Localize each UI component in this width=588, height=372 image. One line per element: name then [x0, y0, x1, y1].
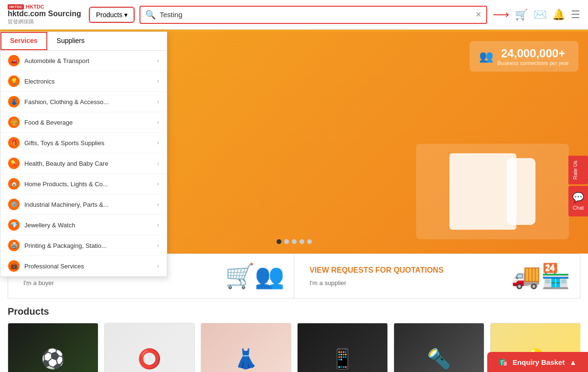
tab-services[interactable]: Services [0, 32, 47, 50]
category-automobile[interactable]: 🚗 Automobile & Transport › [0, 51, 167, 71]
hero-phone-mockup [507, 158, 535, 225]
hero-stat-label: Business connections per year [497, 60, 569, 66]
basket-label: Enquiry Basket [513, 358, 565, 366]
chevron-right-icon: › [157, 98, 159, 105]
category-label: Industrial Machinery, Parts &... [24, 201, 108, 208]
hero-stats-top: 👥 24,000,000+ Business connections per y… [470, 41, 578, 72]
header-icons: 🛒 ✉️ 🔔 ☰ [515, 9, 580, 21]
category-printing[interactable]: 🖨️ Printing & Packaging, Statio... › [0, 235, 167, 256]
cart-icon[interactable]: 🛒 [515, 9, 528, 21]
rate-us-button[interactable]: Rate Us [568, 156, 588, 184]
automobile-icon: 🚗 [8, 55, 20, 66]
search-arrow-indicator: ⟵ [493, 8, 509, 21]
products-section-title: Products [8, 306, 580, 317]
enquiry-basket[interactable]: 🛍️ Enquiry Basket ▲ [487, 352, 588, 372]
dot-4[interactable] [299, 239, 304, 244]
fashion-icon: 👗 [8, 96, 20, 107]
products-label: Products [96, 11, 122, 19]
chevron-right-icon: › [157, 263, 159, 269]
health-icon: 💊 [8, 158, 20, 169]
category-label: Health, Beauty and Baby Care [24, 160, 108, 167]
dot-5[interactable] [307, 239, 312, 244]
electronics-icon: 💡 [8, 75, 20, 87]
category-label: Home Products, Lights & Co... [24, 181, 108, 188]
side-panel: Rate Us 💬 Chat [568, 156, 588, 217]
logo-badge: HKTDC [8, 4, 24, 10]
menu-icon[interactable]: ☰ [571, 9, 580, 21]
chevron-right-icon: › [157, 222, 159, 228]
category-label: Automobile & Transport [24, 57, 89, 64]
category-fashion[interactable]: 👗 Fashion, Clothing & Accesso... › [0, 92, 167, 112]
category-jewellery[interactable]: 💎 Jewellery & Watch › [0, 215, 167, 235]
chevron-right-icon: › [157, 181, 159, 187]
product-img-phone: 📱 [298, 323, 387, 372]
chevron-right-icon: › [157, 242, 159, 249]
content-row: Services Suppliers 🚗 Automobile & Transp… [0, 32, 588, 254]
search-input[interactable]: Testing [160, 11, 471, 19]
tab-suppliers[interactable]: Suppliers [47, 32, 94, 50]
chevron-right-icon: › [157, 57, 159, 64]
chat-button[interactable]: 💬 Chat [568, 186, 588, 216]
chevron-right-icon: › [157, 201, 159, 208]
product-img-trampoline: ⭕ [105, 323, 194, 372]
category-home[interactable]: 🏠 Home Products, Lights & Co... › [0, 174, 167, 194]
dot-3[interactable] [292, 239, 297, 244]
logo-hktdc-text: HKTDC [26, 4, 44, 10]
category-health[interactable]: 💊 Health, Beauty and Baby Care › [0, 153, 167, 174]
chevron-right-icon: › [157, 139, 159, 146]
search-bar: 🔍 Testing ✕ [139, 6, 487, 24]
logo-main: hktdc.com Sourcing [8, 10, 84, 18]
hero-stat-num: 24,000,000+ [497, 47, 569, 60]
category-industrial[interactable]: ⚙️ Industrial Machinery, Parts &... › [0, 194, 167, 215]
category-electronics[interactable]: 💡 Electronics › [0, 71, 167, 92]
category-food[interactable]: 🍔 Food & Beverage › [0, 112, 167, 133]
professional-icon: 💼 [8, 260, 20, 272]
home-icon: 🏠 [8, 178, 20, 190]
category-label: Jewellery & Watch [24, 222, 75, 229]
search-icon: 🔍 [145, 10, 156, 20]
gifts-icon: 🎁 [8, 137, 20, 149]
product-card-soccer[interactable]: ⚽ Soccer Table [8, 323, 98, 372]
dropdown-tabs: Services Suppliers [0, 32, 167, 51]
hero-device-mockup [416, 144, 569, 239]
category-label: Food & Beverage [24, 119, 73, 126]
category-label: Printing & Packaging, Statio... [24, 242, 107, 249]
basket-icon: 🛍️ [499, 358, 508, 366]
rfq-buyer-illustration: 🛒👥 [225, 262, 284, 290]
chat-icon: 💬 [572, 191, 584, 203]
product-img-dress: 👗 [201, 323, 291, 372]
dot-2[interactable] [284, 239, 289, 244]
chevron-right-icon: › [157, 119, 159, 126]
industrial-icon: ⚙️ [8, 199, 20, 210]
chevron-right-icon: › [157, 160, 159, 167]
product-card-flashlight[interactable]: 🔦 Strong Light Power Bank Flashlight [394, 323, 484, 372]
product-card-trampoline[interactable]: ⭕ trampoline [104, 323, 195, 372]
rfq-right: VIEW REQUESTS FOR QUOTATIONS I'm a suppl… [294, 254, 580, 298]
dot-1[interactable] [277, 239, 281, 244]
rfq-supplier-illustration: 🚚🏪 [511, 262, 570, 290]
product-card-dress[interactable]: 👗 Cotton Lace Dress with Puff Sleeves [201, 323, 291, 372]
category-label: Gifts, Toys & Sports Supplies [24, 139, 104, 147]
logo-area: HKTDC HKTDC hktdc.com Sourcing 貿發網採購 [8, 4, 84, 25]
chevron-down-icon: ▾ [124, 11, 128, 19]
category-gifts[interactable]: 🎁 Gifts, Toys & Sports Supplies › [0, 133, 167, 153]
basket-chevron-up-icon: ▲ [569, 358, 577, 366]
category-label: Professional Services [24, 263, 84, 270]
hero-screen-mockup [449, 153, 516, 230]
printing-icon: 🖨️ [8, 240, 20, 251]
food-icon: 🍔 [8, 117, 20, 128]
chevron-right-icon: › [157, 78, 159, 85]
product-card-phone[interactable]: 📱 Samsung Galaxy S24 Ultra 512+12gb Blac… [297, 323, 388, 372]
category-label: Fashion, Clothing & Accesso... [24, 98, 108, 106]
product-img-flashlight: 🔦 [394, 323, 484, 372]
logo-sub: 貿發網採購 [8, 18, 84, 25]
jewellery-icon: 💎 [8, 219, 20, 231]
search-clear-icon[interactable]: ✕ [475, 10, 481, 19]
header: HKTDC HKTDC hktdc.com Sourcing 貿發網採購 Pro… [0, 0, 588, 30]
products-dropdown-button[interactable]: Products ▾ [90, 8, 134, 22]
product-img-soccer: ⚽ [8, 323, 98, 372]
category-professional[interactable]: 💼 Professional Services › [0, 256, 167, 276]
bell-icon[interactable]: 🔔 [552, 9, 565, 21]
dropdown-menu: Services Suppliers 🚗 Automobile & Transp… [0, 32, 167, 277]
mail-icon[interactable]: ✉️ [534, 9, 546, 21]
